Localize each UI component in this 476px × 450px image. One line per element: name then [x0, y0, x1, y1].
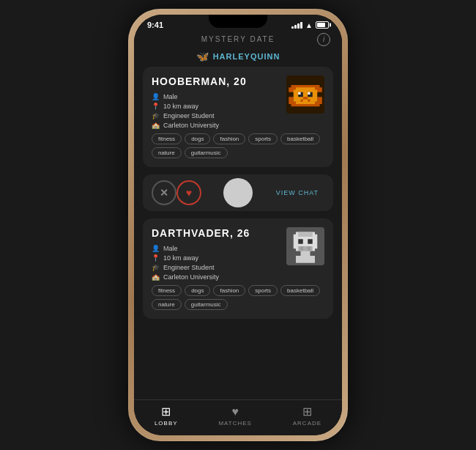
nav-item-lobby[interactable]: ⊞ LOBBY — [155, 405, 178, 427]
university-icon-1: 🏫 — [152, 122, 159, 129]
university-text-2: Carleton University — [163, 273, 219, 281]
dismiss-button[interactable]: ✕ — [152, 180, 176, 205]
occupation-text-1: Engineer Student — [163, 112, 215, 119]
tag-guitarmusic-2: guitarmusic — [185, 299, 228, 310]
tag-sports-2: sports — [248, 285, 278, 296]
svg-rect-20 — [308, 239, 313, 244]
tags-row-1: fitness dogs fashion sports basketball n… — [152, 133, 324, 158]
university-row-1: 🏫 Carleton University — [152, 122, 324, 129]
location-icon-1: 📍 — [152, 103, 159, 110]
svg-rect-25 — [296, 256, 315, 263]
svg-rect-11 — [308, 92, 310, 95]
nav-item-arcade[interactable]: ⊞ ARCADE — [293, 405, 321, 427]
gender-icon-1: 👤 — [152, 93, 159, 100]
gender-text-1: Male — [163, 93, 178, 100]
svg-rect-7 — [294, 90, 318, 102]
tag-sports-1: sports — [248, 133, 278, 144]
like-button[interactable]: ♥ — [176, 180, 201, 205]
svg-rect-10 — [298, 92, 300, 95]
tag-guitarmusic-1: guitarmusic — [185, 147, 228, 158]
nav-label-matches: MATCHES — [218, 420, 252, 427]
profiles-scroll[interactable]: HOOBERMAN, 20 👤 Male 📍 10 km away 🎓 Engi… — [134, 67, 342, 399]
matches-icon: ♥ — [231, 405, 239, 418]
svg-rect-21 — [298, 246, 313, 251]
profile-card-1: HOOBERMAN, 20 👤 Male 📍 10 km away 🎓 Engi… — [143, 67, 333, 167]
profile-avatar-2 — [286, 227, 324, 265]
svg-rect-12 — [303, 97, 308, 99]
tag-basketball-1: basketball — [280, 133, 320, 144]
occupation-text-2: Engineer Student — [163, 264, 215, 271]
action-bar: ✕ ♥ VIEW CHAT — [143, 174, 333, 211]
distance-text-1: 10 km away — [163, 103, 198, 110]
tag-dogs-2: dogs — [185, 285, 210, 296]
svg-rect-19 — [298, 239, 303, 244]
notch — [209, 15, 267, 28]
wifi-icon: ▲ — [305, 21, 313, 29]
occupation-icon-2: 🎓 — [152, 264, 159, 271]
tag-dogs-1: dogs — [185, 133, 210, 144]
swipe-handle[interactable] — [223, 178, 253, 207]
university-text-1: Carleton University — [163, 122, 219, 129]
battery-icon — [316, 21, 329, 29]
avatar-lion-icon — [286, 75, 324, 114]
tag-nature-1: nature — [152, 147, 182, 158]
svg-rect-5 — [317, 97, 322, 104]
user-header: 🦋 HARLEYQUINN — [134, 46, 342, 67]
profile-card-2: DARTHVADER, 26 👤 Male 📍 10 km away 🎓 Eng… — [143, 218, 333, 319]
tag-fitness-1: fitness — [152, 133, 182, 144]
university-row-2: 🏫 Carleton University — [152, 273, 324, 281]
info-button[interactable]: i — [317, 33, 330, 46]
tag-fashion-2: fashion — [213, 285, 245, 296]
distance-text-2: 10 km away — [163, 254, 198, 262]
occupation-icon-1: 🎓 — [152, 112, 159, 119]
svg-rect-18 — [298, 232, 313, 237]
nav-label-arcade: ARCADE — [293, 420, 321, 427]
tag-fashion-1: fashion — [213, 133, 245, 144]
gender-icon-2: 👤 — [152, 245, 159, 252]
tag-nature-2: nature — [152, 299, 182, 310]
view-chat-button[interactable]: VIEW CHAT — [276, 189, 324, 196]
tag-basketball-2: basketball — [280, 285, 320, 296]
university-icon-2: 🏫 — [152, 273, 159, 281]
app-screen: 9:41 ▲ MYSTERY DATE — [134, 15, 342, 435]
butterfly-icon: 🦋 — [196, 51, 209, 62]
svg-rect-13 — [301, 100, 303, 102]
phone-frame: 9:41 ▲ MYSTERY DATE — [128, 9, 348, 441]
svg-rect-22 — [301, 246, 303, 251]
svg-rect-4 — [289, 97, 294, 104]
arcade-icon: ⊞ — [302, 405, 312, 418]
bottom-nav: ⊞ LOBBY ♥ MATCHES ⊞ ARCADE — [134, 399, 342, 435]
nav-item-matches[interactable]: ♥ MATCHES — [218, 405, 252, 427]
top-nav: MYSTERY DATE i — [134, 32, 342, 46]
tags-row-2: fitness dogs fashion sports basketball n… — [152, 285, 324, 310]
avatar-stormtrooper-icon — [286, 227, 324, 265]
location-icon-2: 📍 — [152, 254, 159, 262]
gender-text-2: Male — [163, 245, 178, 252]
nav-label-lobby: LOBBY — [155, 420, 178, 427]
current-username: HARLEYQUINN — [213, 52, 280, 61]
svg-rect-14 — [308, 100, 310, 102]
profile-avatar-1 — [286, 75, 324, 114]
app-title: MYSTERY DATE — [201, 35, 275, 43]
phone-screen-container: 9:41 ▲ MYSTERY DATE — [134, 15, 342, 435]
svg-rect-23 — [308, 246, 310, 251]
signal-icon — [291, 22, 302, 29]
svg-rect-24 — [301, 251, 310, 257]
status-time: 9:41 — [147, 21, 163, 29]
status-icons: ▲ — [291, 21, 329, 29]
lobby-icon: ⊞ — [161, 405, 171, 418]
tag-fitness-2: fitness — [152, 285, 182, 296]
